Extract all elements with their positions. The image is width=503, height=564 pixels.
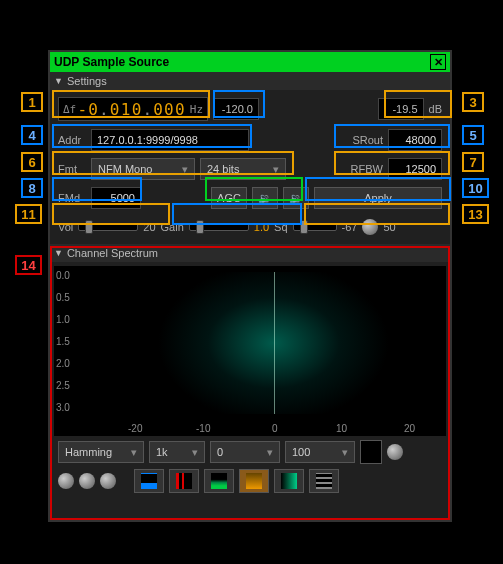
sq-max: 50 [383,221,395,233]
range-select[interactable]: 100 [285,441,355,463]
y-tick: 1.0 [56,314,70,325]
sq-value: -67 [342,221,358,233]
level-readout: -120.0 [213,98,259,120]
gain-label: Gain [161,221,184,233]
y-tick: 2.5 [56,380,70,391]
mute2-button[interactable]: 🔉 [283,187,309,209]
view-waterfall-button[interactable] [204,469,234,493]
callout-7: 7 [462,152,484,172]
callout-6: 6 [21,152,43,172]
vol-label: Vol [58,221,73,233]
callout-1: 1 [21,92,43,112]
addr-input[interactable]: 127.0.0.1:9999/9998 [91,129,249,151]
spectrum-icon [141,473,157,489]
vol-value: 20 [143,221,155,233]
fmt-label: Fmt [58,163,86,175]
grid-icon [316,473,332,489]
title-bar: UDP Sample Source ✕ [50,52,450,72]
power-unit: dB [429,103,442,115]
knob[interactable] [79,473,95,489]
close-icon[interactable]: ✕ [430,54,446,70]
agc-button[interactable]: AGC [211,187,247,209]
y-tick: 2.0 [56,358,70,369]
x-tick: 10 [336,423,347,434]
view-gradient-button[interactable] [239,469,269,493]
sq-label: Sq [274,221,287,233]
ref-select[interactable]: 0 [210,441,280,463]
histogram-icon [176,473,192,489]
callout-10: 10 [462,178,489,198]
callout-4: 4 [21,125,43,145]
view-histogram-button[interactable] [169,469,199,493]
rfbw-label: RFBW [351,163,383,175]
callout-3: 3 [462,92,484,112]
srout-input[interactable]: 48000 [388,129,442,151]
gain-value: 1.0 [254,221,269,233]
callout-8: 8 [21,178,43,198]
section-settings[interactable]: Settings [50,72,450,90]
fft-select[interactable]: 1k [149,441,205,463]
callout-13: 13 [462,204,489,224]
sq-led [362,219,378,235]
rfbw-input[interactable]: 12500 [388,158,442,180]
section-spectrum[interactable]: Channel Spectrum [50,244,450,262]
knob[interactable] [100,473,116,489]
spectrum-waterfall[interactable]: 0.0 0.5 1.0 1.5 2.0 2.5 3.0 -20 -10 0 10… [54,266,446,436]
fmd-label: FMd [58,192,86,204]
callout-11: 11 [15,204,42,224]
gradient-icon [246,473,262,489]
view-grid-button[interactable] [309,469,339,493]
sq-slider[interactable] [293,223,337,231]
knob[interactable] [387,444,403,460]
window-select[interactable]: Hamming [58,441,144,463]
gain-slider[interactable] [189,223,249,231]
srout-label: SRout [352,134,383,146]
y-tick: 3.0 [56,402,70,413]
main-panel: UDP Sample Source ✕ Settings Δf - 0 . 0 … [48,50,452,522]
waterfall-icon [211,473,227,489]
fmt-codec-select[interactable]: NFM Mono [91,158,195,180]
callout-14: 14 [15,255,42,275]
x-tick: -20 [128,423,142,434]
title-text: UDP Sample Source [54,55,169,69]
y-tick: 0.0 [56,270,70,281]
delta-freq-input[interactable]: Δf - 0 . 0 1 0 . 0 0 0 Hz [58,97,208,121]
color-swatch[interactable] [360,440,382,464]
gradient2-icon [281,473,297,489]
addr-label: Addr [58,134,86,146]
x-tick: 0 [272,423,278,434]
waterfall-data [109,272,438,414]
fmd-input[interactable]: 5000 [91,187,141,209]
speaker-icon: 🔉 [289,192,303,205]
mute-button[interactable]: 🔉 [252,187,278,209]
y-tick: 0.5 [56,292,70,303]
fmt-bits-select[interactable]: 24 bits [200,158,286,180]
apply-button[interactable]: Apply [314,187,442,209]
knob[interactable] [58,473,74,489]
view-spectrum-button[interactable] [134,469,164,493]
x-tick: 20 [404,423,415,434]
callout-5: 5 [462,125,484,145]
x-tick: -10 [196,423,210,434]
speaker-icon: 🔉 [258,192,272,205]
view-gradient2-button[interactable] [274,469,304,493]
power-readout: -19.5 [378,98,424,120]
vol-slider[interactable] [78,223,138,231]
y-tick: 1.5 [56,336,70,347]
